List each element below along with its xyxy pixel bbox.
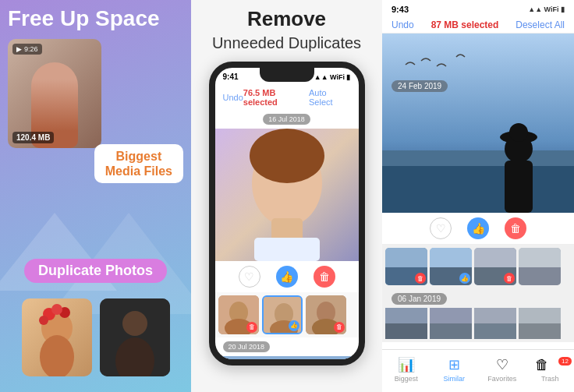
strip-thumb-2[interactable]: 👍	[262, 295, 303, 334]
panel3-trash-button[interactable]: 🗑	[505, 217, 526, 239]
trash-button[interactable]: 🗑	[314, 266, 335, 288]
phone-toolbar: Undo 76.5 MB selected Auto Select	[215, 85, 359, 110]
trash-icon: 🗑	[535, 357, 549, 373]
strip-thumb-1[interactable]: 🗑	[218, 295, 259, 334]
phone-frame: 9:41 ▲▲ WiFi ▮ Undo 76.5 MB selected Aut…	[209, 62, 365, 366]
thumb-strip: 🗑 👍 🗑	[215, 292, 359, 337]
biggest-media-box: Biggest Media Files	[94, 144, 183, 183]
panel3-thumb-1[interactable]: 🗑	[385, 248, 427, 285]
svg-point-6	[40, 335, 74, 376]
panel3-heart-button[interactable]: ♡	[430, 217, 452, 239]
favorites-icon: ♡	[496, 356, 508, 373]
panel3-bottom-thumb-3[interactable]	[474, 308, 516, 339]
phone-notch	[260, 68, 314, 82]
auto-select-button[interactable]: Auto Select	[309, 88, 350, 107]
panel3-hero-image	[382, 34, 574, 213]
biggest-media-label: Biggest Media Files	[105, 149, 172, 178]
selected-indicator: 76.5 MB selected	[243, 88, 309, 107]
tab-biggest-label: Biggest	[395, 375, 418, 383]
svg-point-13	[250, 129, 324, 183]
panel3: 9:43 ▲▲ WiFi ▮ Undo 87 MB selected Desel…	[382, 0, 574, 392]
video-icon: ▶	[16, 45, 22, 53]
panel3-thumb-4[interactable]	[519, 248, 561, 285]
panel3-date-label-2: 06 Jan 2019	[392, 293, 447, 305]
panel3-signal-icons: ▲▲ WiFi ▮	[528, 5, 565, 13]
strip-badge-3: 🗑	[334, 322, 345, 333]
thumbs-up-button[interactable]: 👍	[276, 266, 298, 288]
dup-photo-2	[100, 298, 170, 376]
undo-button[interactable]: Undo	[223, 93, 243, 102]
panel3-selected-indicator: 87 MB selected	[431, 19, 499, 30]
panel3-bottom-thumb-4[interactable]	[519, 308, 561, 339]
dup-photo-1	[22, 298, 92, 376]
panel3-status-bar: 9:43 ▲▲ WiFi ▮	[382, 0, 574, 17]
svg-point-4	[51, 304, 62, 315]
date-label-1: 16 Jul 2018	[263, 114, 310, 125]
svg-rect-46	[430, 323, 472, 339]
panel3-time: 9:43	[392, 5, 409, 14]
strip-badge-1: 🗑	[246, 322, 257, 333]
panel3-badge-3: 🗑	[504, 273, 515, 284]
panel3-thumb-strip: 🗑 👍 🗑	[382, 245, 574, 288]
tab-similar-label: Similar	[443, 375, 465, 383]
duplicate-photos-pill: Duplicate Photos	[24, 259, 167, 283]
svg-rect-32	[505, 161, 533, 213]
svg-rect-50	[519, 323, 561, 339]
panel3-bottom-strip	[382, 308, 574, 342]
phone-signal-icons: ▲▲ WiFi ▮	[314, 73, 351, 81]
panel1-title: Free Up Space	[8, 6, 160, 31]
tab-trash-label: Trash	[541, 375, 559, 383]
video-thumbnail: ▶ 9:26 120.4 MB	[8, 39, 101, 148]
strip-thumb-3[interactable]: 🗑	[306, 295, 346, 334]
svg-rect-44	[385, 323, 427, 339]
panel3-thumb-3[interactable]: 🗑	[474, 248, 516, 285]
tab-trash[interactable]: 🗑 12 Trash	[526, 357, 575, 386]
svg-rect-30	[382, 150, 574, 166]
duplicate-photos-label-container: Duplicate Photos	[0, 259, 191, 283]
panel2: Remove Unneeded Duplicates 9:41 ▲▲ WiFi …	[191, 0, 382, 392]
panel3-thumbs-up-button[interactable]: 👍	[467, 217, 489, 239]
video-icon-bar: ▶ 9:26	[12, 44, 42, 55]
biggest-icon: 📊	[398, 356, 415, 373]
sea-photo	[215, 356, 359, 366]
strip-badge-2: 👍	[289, 320, 299, 331]
panel3-bottom-thumb-1[interactable]	[385, 308, 427, 339]
tab-favorites-label: Favorites	[487, 375, 516, 383]
heart-button[interactable]: ♡	[239, 266, 260, 288]
svg-point-8	[122, 311, 147, 336]
panel3-toolbar: Undo 87 MB selected Deselect All	[382, 17, 574, 34]
panel3-badge-1: 🗑	[415, 273, 426, 284]
panel3-deselect-button[interactable]: Deselect All	[516, 19, 565, 30]
svg-point-5	[39, 316, 48, 325]
panel3-badge-2: 👍	[459, 273, 470, 284]
trash-count-badge: 12	[558, 357, 572, 366]
svg-rect-29	[382, 158, 574, 213]
tab-favorites[interactable]: ♡ Favorites	[478, 356, 526, 386]
panel3-action-bar: ♡ 👍 🗑	[382, 213, 574, 245]
main-photo	[215, 129, 359, 261]
panel3-thumb-2[interactable]: 👍	[430, 248, 472, 285]
svg-rect-48	[474, 323, 516, 339]
date-label-2: 20 Jul 2018	[223, 341, 271, 352]
file-size-badge: 120.4 MB	[12, 132, 54, 143]
panel2-title: Remove	[247, 8, 326, 31]
phone-time: 9:41	[223, 72, 239, 81]
panel3-tabbar: 📊 Biggest ⊞ Similar ♡ Favorites 🗑 12 Tra…	[382, 349, 574, 392]
svg-rect-25	[215, 356, 359, 366]
tab-biggest[interactable]: 📊 Biggest	[382, 356, 430, 386]
similar-icon: ⊞	[448, 356, 460, 373]
panel3-bottom-thumb-2[interactable]	[430, 308, 472, 339]
video-duration: 9:26	[24, 45, 38, 53]
svg-rect-42	[519, 267, 561, 285]
tab-similar[interactable]: ⊞ Similar	[430, 356, 479, 386]
panel1: Free Up Space ▶ 9:26 120.4 MB Biggest Me…	[0, 0, 191, 392]
svg-rect-15	[254, 238, 320, 261]
panel3-date-label-1: 24 Feb 2019	[392, 80, 448, 92]
action-bar: ♡ 👍 🗑	[215, 261, 359, 292]
duplicate-photos-row	[8, 298, 183, 376]
panel2-subtitle: Unneeded Duplicates	[212, 34, 361, 52]
svg-rect-34	[509, 123, 528, 142]
panel3-undo-button[interactable]: Undo	[392, 19, 414, 30]
